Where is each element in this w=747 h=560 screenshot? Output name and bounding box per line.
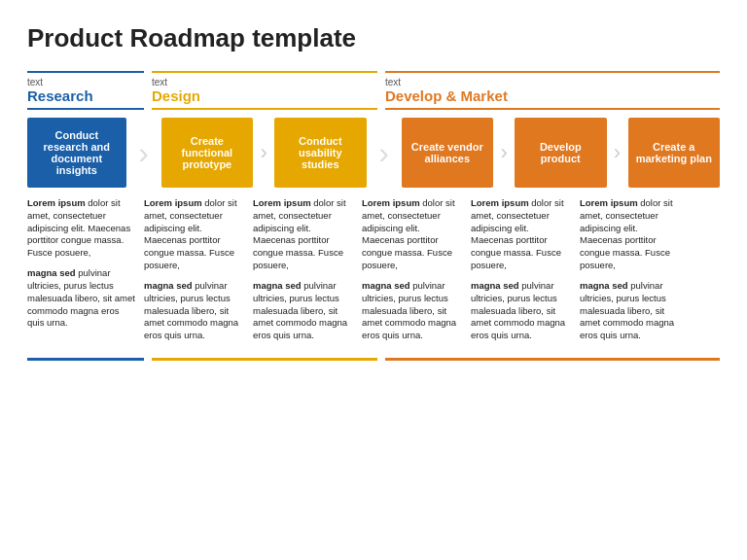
col6-para1-body: dolor sit amet, consectetuer adipiscing … <box>580 197 673 270</box>
phase-research: text Research <box>27 77 144 116</box>
content-block-3-1: Lorem ipsum dolor sit amet, consectetuer… <box>253 197 354 272</box>
research-label: Research <box>27 88 144 110</box>
col2-para1-body: dolor sit amet, consectetuer adipiscing … <box>144 197 237 270</box>
cards-row: Conduct research and document insights ›… <box>27 118 720 188</box>
card-research: Conduct research and document insights <box>27 118 126 188</box>
arrow-4: › <box>495 140 513 165</box>
card-develop-3: Create a marketing plan <box>628 118 720 188</box>
col5-para1-body: dolor sit amet, consectetuer adipiscing … <box>471 197 564 270</box>
content-block-4-2: magna sed pulvinar ultricies, purus lect… <box>362 280 463 342</box>
design-label-small: text <box>152 77 377 88</box>
card-develop-2: Develop product <box>515 118 606 188</box>
col4-para1-bold: Lorem ipsum <box>362 197 420 208</box>
content-block-5-1: Lorem ipsum dolor sit amet, consectetuer… <box>471 197 572 272</box>
col3-para1-body: dolor sit amet, consectetuer adipiscing … <box>253 197 346 270</box>
content-block-1-1: Lorem ipsum dolor sit amet, consectetuer… <box>27 197 136 260</box>
phase-design: text Design <box>152 77 377 116</box>
bar-design <box>152 358 377 361</box>
content-block-2-1: Lorem ipsum dolor sit amet, consectetuer… <box>144 197 245 272</box>
page-title: Product Roadmap template <box>27 23 720 53</box>
col1-para1-bold: Lorem ipsum <box>27 197 86 208</box>
bar-develop <box>385 358 720 361</box>
arrow-2: › <box>255 140 272 165</box>
content-block-6-2: magna sed pulvinar ultricies, purus lect… <box>580 280 681 342</box>
rule-develop <box>385 71 720 73</box>
bar-research <box>27 358 144 361</box>
content-col-4: Lorem ipsum dolor sit amet, consectetuer… <box>362 197 471 350</box>
roadmap-container: text Research text Design text Develop &… <box>27 71 720 361</box>
card-design-2: Conduct usability studies <box>274 118 366 188</box>
content-block-2-2: magna sed pulvinar ultricies, purus lect… <box>144 280 245 342</box>
content-col-5: Lorem ipsum dolor sit amet, consectetuer… <box>471 197 580 350</box>
arrow-3: › <box>367 135 402 171</box>
col2-para2-bold: magna sed <box>144 280 193 291</box>
col1-para2-bold: magna sed <box>27 267 76 278</box>
card-develop-1: Create vendor alliances <box>402 118 493 188</box>
content-col-6: Lorem ipsum dolor sit amet, consectetuer… <box>580 197 689 350</box>
col5-para2-bold: magna sed <box>471 280 519 291</box>
top-rule <box>27 71 720 73</box>
col4-para2-bold: magna sed <box>362 280 410 291</box>
bottom-bar <box>27 358 720 361</box>
phases-header: text Research text Design text Develop &… <box>27 77 720 116</box>
research-label-small: text <box>27 77 144 88</box>
col2-para1-bold: Lorem ipsum <box>144 197 202 208</box>
card-design-1: Create functional prototype <box>161 118 253 188</box>
rule-design <box>152 71 377 73</box>
content-block-6-1: Lorem ipsum dolor sit amet, consectetuer… <box>580 197 681 272</box>
content-block-3-2: magna sed pulvinar ultricies, purus lect… <box>253 280 354 342</box>
content-row: Lorem ipsum dolor sit amet, consectetuer… <box>27 197 720 350</box>
design-label: Design <box>152 88 377 110</box>
arrow-5: › <box>609 140 626 165</box>
col4-para1-body: dolor sit amet, consectetuer adipiscing … <box>362 197 455 270</box>
content-block-1-2: magna sed pulvinar ultricies, purus lect… <box>27 267 136 330</box>
rule-research <box>27 71 144 73</box>
content-block-4-1: Lorem ipsum dolor sit amet, consectetuer… <box>362 197 463 272</box>
col3-para1-bold: Lorem ipsum <box>253 197 311 208</box>
col6-para1-bold: Lorem ipsum <box>580 197 638 208</box>
develop-label-small: text <box>385 77 720 88</box>
col5-para1-bold: Lorem ipsum <box>471 197 529 208</box>
arrow-1: › <box>126 135 161 171</box>
content-col-2: Lorem ipsum dolor sit amet, consectetuer… <box>144 197 253 350</box>
content-col-1: Lorem ipsum dolor sit amet, consectetuer… <box>27 197 144 350</box>
col3-para2-bold: magna sed <box>253 280 302 291</box>
content-col-3: Lorem ipsum dolor sit amet, consectetuer… <box>253 197 362 350</box>
col6-para2-bold: magna sed <box>580 280 628 291</box>
content-block-5-2: magna sed pulvinar ultricies, purus lect… <box>471 280 572 342</box>
develop-label: Develop & Market <box>385 88 720 110</box>
phase-develop: text Develop & Market <box>385 77 720 116</box>
